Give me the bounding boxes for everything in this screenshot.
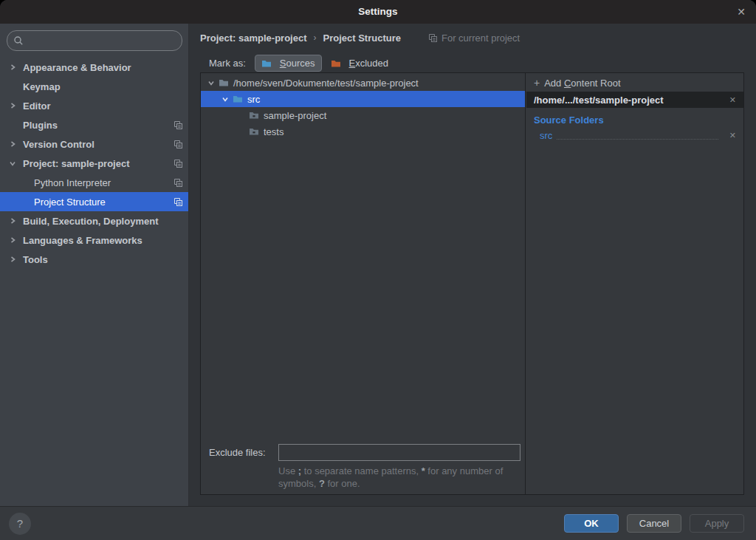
directory-tree: /home/sven/Dokumente/test/sample-project… [201,73,525,140]
project-settings-badge-icon [173,178,183,188]
sidebar-item-keymap[interactable]: Keymap [0,77,188,96]
settings-content: Project: sample-project › Project Struct… [189,24,756,506]
source-folders-title: Source Folders [526,115,743,126]
tree-row-sample-project[interactable]: sample-project [201,107,525,123]
folder-icon [249,111,259,120]
remove-content-root-icon[interactable]: ✕ [729,92,736,108]
content-roots-pane: + Add Content Root /home/.../test/sample… [526,73,743,494]
remove-source-folder-icon[interactable]: ✕ [729,127,736,143]
project-settings-badge-icon [428,33,438,43]
sidebar-item-project-sample-project[interactable]: Project: sample-project [0,154,188,173]
chevron-down-icon [207,79,215,86]
content-root-path: /home/.../test/sample-project [534,95,664,106]
settings-dialog: Settings ✕ Appearance & Behavior Keymap [0,0,756,540]
content-tree-pane: /home/sven/Dokumente/test/sample-project… [201,73,526,494]
mark-as-toolbar: Mark as: Sources Excluded [209,54,395,72]
chevron-right-icon [9,217,23,225]
exclude-files-label: Exclude files: [209,447,278,458]
ok-button[interactable]: OK [564,514,619,533]
help-button[interactable]: ? [9,513,31,535]
breadcrumb-separator: › [314,33,317,43]
search-input[interactable] [28,35,176,47]
title-bar: Settings ✕ [0,0,756,24]
apply-button[interactable]: Apply [690,514,744,533]
sidebar-item-appearance-behavior[interactable]: Appearance & Behavior [0,58,188,77]
breadcrumb-project[interactable]: Project: sample-project [200,33,307,44]
chevron-down-icon [9,160,23,167]
settings-sidebar: Appearance & Behavior Keymap Editor Plug… [0,24,189,506]
folder-icon [249,127,259,136]
folder-icon [219,78,229,87]
settings-search-field[interactable] [7,30,182,51]
chevron-right-icon [9,236,23,244]
exclude-files-hint: Use ; to separate name patterns, * for a… [278,465,529,490]
content-root-item[interactable]: /home/.../test/sample-project ✕ [526,92,743,108]
plus-icon: + [534,77,540,89]
sidebar-item-tools[interactable]: Tools [0,250,188,269]
chevron-down-icon [221,95,229,103]
tree-row-content-root[interactable]: /home/sven/Dokumente/test/sample-project [201,75,525,91]
settings-nav: Appearance & Behavior Keymap Editor Plug… [0,58,188,269]
sidebar-item-build-execution-deployment[interactable]: Build, Execution, Deployment [0,211,188,230]
add-content-root-button[interactable]: + Add Content Root [526,75,743,91]
excluded-folder-icon [331,59,341,68]
project-settings-badge-icon [173,120,183,130]
sidebar-item-plugins[interactable]: Plugins [0,115,188,134]
mark-sources-button[interactable]: Sources [255,55,322,72]
mark-as-label: Mark as: [209,58,246,69]
chevron-right-icon [9,64,23,71]
project-settings-badge-icon [173,140,183,149]
dialog-footer: ? OK Cancel Apply [0,506,756,540]
breadcrumb: Project: sample-project › Project Struct… [200,30,520,45]
project-settings-badge-icon [173,159,183,168]
sidebar-item-editor[interactable]: Editor [0,96,188,115]
close-icon[interactable]: ✕ [732,3,750,21]
project-structure-panel: /home/sven/Dokumente/test/sample-project… [200,72,744,495]
exclude-files-input[interactable] [278,444,520,461]
exclude-files-section: Exclude files: Use ; to separate name pa… [201,444,525,490]
chevron-right-icon [9,102,23,109]
sidebar-item-python-interpreter[interactable]: Python Interpreter [0,173,188,192]
tree-row-src[interactable]: src [201,91,525,107]
dialog-title: Settings [0,0,756,24]
dotted-leader [557,131,718,140]
source-folder-icon [233,95,243,103]
search-icon [13,35,24,46]
sidebar-item-project-structure[interactable]: Project Structure [0,192,188,211]
tree-row-tests[interactable]: tests [201,123,525,140]
mark-excluded-button[interactable]: Excluded [324,55,395,72]
project-settings-badge-icon [173,197,183,207]
cancel-button[interactable]: Cancel [627,514,681,533]
sources-folder-icon [261,59,272,68]
source-folder-item[interactable]: src ✕ [526,128,743,143]
sidebar-item-languages-frameworks[interactable]: Languages & Frameworks [0,230,188,250]
chevron-right-icon [9,256,23,263]
chevron-right-icon [9,140,23,148]
scope-note: For current project [428,33,520,44]
sidebar-item-version-control[interactable]: Version Control [0,134,188,154]
source-folder-link[interactable]: src [540,130,552,141]
breadcrumb-project-structure[interactable]: Project Structure [323,33,401,44]
